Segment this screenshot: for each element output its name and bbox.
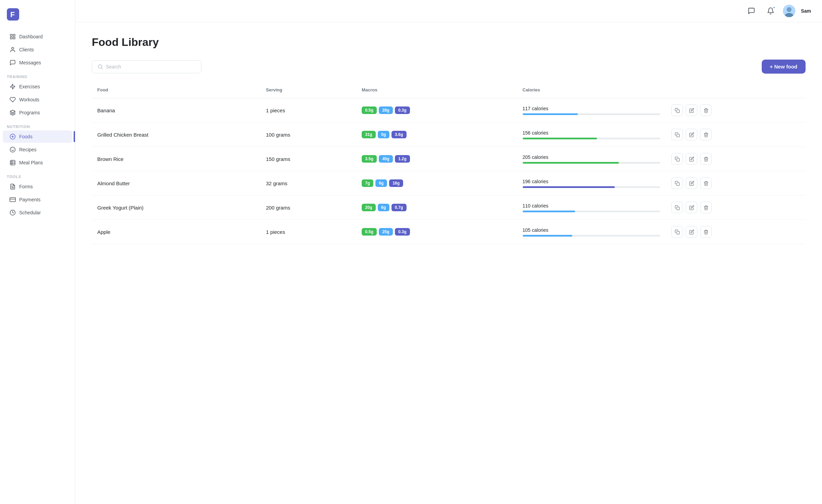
copy-button[interactable]: [671, 104, 683, 116]
trash-icon: [703, 181, 709, 186]
copy-button[interactable]: [671, 153, 683, 165]
calories-bar-fill: [523, 113, 578, 115]
macro-protein: 7g: [362, 179, 373, 187]
macro-carbs: 0g: [378, 131, 389, 138]
sidebar-item-label: Recipes: [19, 147, 37, 152]
food-actions: [666, 147, 806, 171]
table-header: Food Serving Macros Calories: [92, 85, 806, 98]
main-content: Sam Food Library + New food Food Serving…: [75, 0, 822, 504]
edit-button[interactable]: [686, 104, 697, 116]
macro-protein: 0.5g: [362, 228, 377, 236]
food-serving: 200 grams: [261, 196, 357, 220]
sidebar-item-messages[interactable]: Messages: [3, 56, 72, 69]
search-input[interactable]: [106, 64, 196, 70]
trash-icon: [703, 229, 709, 235]
copy-button[interactable]: [671, 226, 683, 238]
sidebar-item-forms[interactable]: Forms: [3, 180, 72, 193]
logo[interactable]: F: [0, 5, 75, 30]
svg-rect-23: [676, 110, 679, 112]
edit-button[interactable]: [686, 226, 697, 238]
table-row: Greek Yogurt (Plain) 200 grams 20g 6g 0.…: [92, 196, 806, 220]
schedular-icon: [10, 210, 16, 216]
food-actions: [666, 171, 806, 196]
sidebar-item-label: Messages: [19, 60, 41, 65]
col-calories: Calories: [517, 85, 666, 98]
calories-text: 117 calories: [523, 106, 661, 111]
food-serving: 32 grams: [261, 171, 357, 196]
food-calories: 196 calories: [517, 171, 666, 196]
macro-carbs: 28g: [379, 106, 393, 114]
copy-icon: [675, 181, 680, 186]
notifications-button[interactable]: [764, 4, 777, 18]
svg-point-6: [12, 47, 14, 49]
delete-button[interactable]: [700, 177, 712, 189]
edit-button[interactable]: [686, 153, 697, 165]
delete-button[interactable]: [700, 104, 712, 116]
avatar[interactable]: [783, 5, 795, 17]
food-name: Banana: [92, 98, 261, 123]
copy-button[interactable]: [671, 202, 683, 213]
food-calories: 156 calories: [517, 123, 666, 147]
sidebar-item-label: Payments: [19, 197, 40, 202]
sidebar-item-label: Forms: [19, 184, 33, 189]
nutrition-section-label: Nutrition: [0, 122, 75, 130]
copy-icon: [675, 229, 680, 235]
edit-button[interactable]: [686, 129, 697, 140]
toolbar: + New food: [92, 60, 806, 74]
food-serving: 150 grams: [261, 147, 357, 171]
svg-rect-9: [10, 160, 15, 165]
chat-button[interactable]: [745, 4, 758, 18]
calories-bar-bg: [523, 211, 661, 212]
sidebar: F Dashboard Clients Messages Training Ex…: [0, 0, 75, 504]
sidebar-item-workouts[interactable]: Workouts: [3, 93, 72, 106]
sidebar-item-schedular[interactable]: Schedular: [3, 206, 72, 219]
search-box[interactable]: [92, 60, 201, 73]
copy-icon: [675, 205, 680, 210]
food-table-body: Banana 1 pieces 0.5g 28g 0.3g 117 calori…: [92, 98, 806, 244]
food-actions: [666, 196, 806, 220]
svg-line-22: [101, 68, 102, 69]
calories-bar-bg: [523, 162, 661, 164]
sidebar-item-foods[interactable]: Foods: [3, 130, 72, 143]
edit-icon: [689, 181, 694, 186]
macro-carbs: 25g: [379, 228, 393, 236]
sidebar-item-programs[interactable]: Programs: [3, 106, 72, 119]
sidebar-item-exercises[interactable]: Exercises: [3, 80, 72, 93]
delete-button[interactable]: [700, 129, 712, 140]
table-row: Almond Butter 32 grams 7g 6g 16g 196 cal…: [92, 171, 806, 196]
sidebar-item-meal-plans[interactable]: Meal Plans: [3, 156, 72, 169]
trash-icon: [703, 132, 709, 137]
food-name: Almond Butter: [92, 171, 261, 196]
copy-button[interactable]: [671, 177, 683, 189]
sidebar-item-label: Clients: [19, 47, 34, 52]
edit-button[interactable]: [686, 202, 697, 213]
trash-icon: [703, 205, 709, 210]
macro-fat: 0.7g: [391, 204, 407, 211]
delete-button[interactable]: [700, 153, 712, 165]
svg-rect-15: [10, 198, 16, 202]
sidebar-item-dashboard[interactable]: Dashboard: [3, 30, 72, 43]
macro-protein: 0.5g: [362, 106, 377, 114]
food-macros: 0.5g 25g 0.3g: [356, 220, 517, 244]
copy-button[interactable]: [671, 129, 683, 140]
macro-fat: 1.2g: [395, 155, 410, 163]
delete-button[interactable]: [700, 226, 712, 238]
new-food-button[interactable]: + New food: [762, 60, 806, 74]
sidebar-item-recipes[interactable]: Recipes: [3, 143, 72, 156]
macro-fat: 0.3g: [395, 106, 410, 114]
svg-rect-2: [10, 34, 12, 36]
svg-rect-25: [676, 158, 679, 161]
sidebar-item-payments[interactable]: Payments: [3, 193, 72, 206]
calories-bar-fill: [523, 186, 615, 188]
trash-icon: [703, 108, 709, 113]
avatar-image: [783, 5, 795, 17]
svg-point-19: [787, 7, 792, 12]
copy-icon: [675, 156, 680, 162]
calories-bar-fill: [523, 138, 597, 139]
foods-icon: [10, 134, 16, 140]
delete-button[interactable]: [700, 202, 712, 213]
sidebar-item-label: Programs: [19, 110, 40, 115]
dashboard-icon: [10, 34, 16, 40]
sidebar-item-clients[interactable]: Clients: [3, 43, 72, 56]
edit-button[interactable]: [686, 177, 697, 189]
